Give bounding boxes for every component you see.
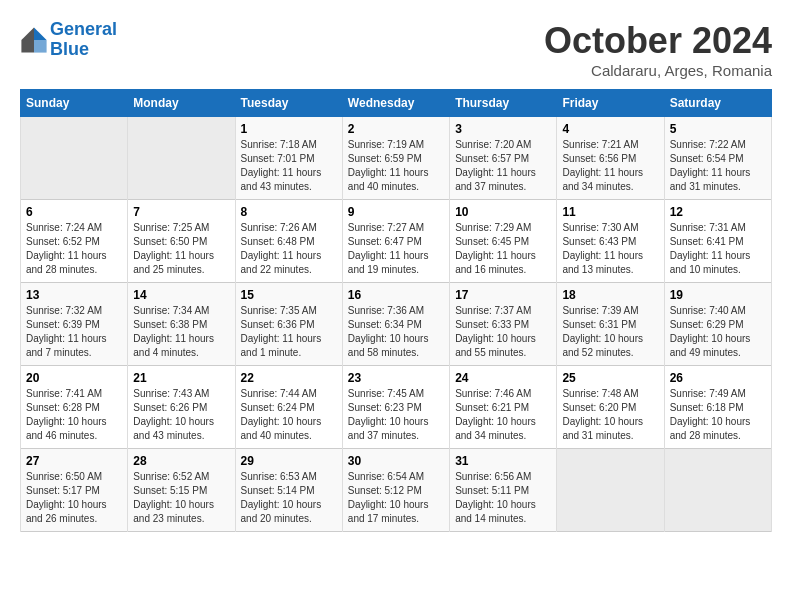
day-info: Sunrise: 7:20 AMSunset: 6:57 PMDaylight:… — [455, 138, 551, 194]
calendar-cell: 21Sunrise: 7:43 AMSunset: 6:26 PMDayligh… — [128, 366, 235, 449]
day-info: Sunrise: 6:53 AMSunset: 5:14 PMDaylight:… — [241, 470, 337, 526]
calendar-cell: 7Sunrise: 7:25 AMSunset: 6:50 PMDaylight… — [128, 200, 235, 283]
day-number: 3 — [455, 122, 551, 136]
column-header-saturday: Saturday — [664, 90, 771, 117]
calendar-cell: 15Sunrise: 7:35 AMSunset: 6:36 PMDayligh… — [235, 283, 342, 366]
calendar-cell: 10Sunrise: 7:29 AMSunset: 6:45 PMDayligh… — [450, 200, 557, 283]
day-info: Sunrise: 7:34 AMSunset: 6:38 PMDaylight:… — [133, 304, 229, 360]
column-header-wednesday: Wednesday — [342, 90, 449, 117]
day-info: Sunrise: 7:31 AMSunset: 6:41 PMDaylight:… — [670, 221, 766, 277]
calendar-cell — [664, 449, 771, 532]
calendar-cell — [21, 117, 128, 200]
day-number: 14 — [133, 288, 229, 302]
day-info: Sunrise: 7:40 AMSunset: 6:29 PMDaylight:… — [670, 304, 766, 360]
day-info: Sunrise: 7:24 AMSunset: 6:52 PMDaylight:… — [26, 221, 122, 277]
day-number: 18 — [562, 288, 658, 302]
calendar-cell: 8Sunrise: 7:26 AMSunset: 6:48 PMDaylight… — [235, 200, 342, 283]
calendar-header-row: SundayMondayTuesdayWednesdayThursdayFrid… — [21, 90, 772, 117]
calendar-cell: 14Sunrise: 7:34 AMSunset: 6:38 PMDayligh… — [128, 283, 235, 366]
day-number: 9 — [348, 205, 444, 219]
calendar-cell: 29Sunrise: 6:53 AMSunset: 5:14 PMDayligh… — [235, 449, 342, 532]
calendar-cell: 20Sunrise: 7:41 AMSunset: 6:28 PMDayligh… — [21, 366, 128, 449]
calendar-week-5: 27Sunrise: 6:50 AMSunset: 5:17 PMDayligh… — [21, 449, 772, 532]
calendar-cell: 30Sunrise: 6:54 AMSunset: 5:12 PMDayligh… — [342, 449, 449, 532]
calendar-cell: 25Sunrise: 7:48 AMSunset: 6:20 PMDayligh… — [557, 366, 664, 449]
day-info: Sunrise: 7:27 AMSunset: 6:47 PMDaylight:… — [348, 221, 444, 277]
calendar-cell: 1Sunrise: 7:18 AMSunset: 7:01 PMDaylight… — [235, 117, 342, 200]
day-info: Sunrise: 6:50 AMSunset: 5:17 PMDaylight:… — [26, 470, 122, 526]
logo: General Blue — [20, 20, 117, 60]
column-header-monday: Monday — [128, 90, 235, 117]
logo-line1: General — [50, 19, 117, 39]
logo-text: General Blue — [50, 20, 117, 60]
calendar-cell: 16Sunrise: 7:36 AMSunset: 6:34 PMDayligh… — [342, 283, 449, 366]
day-number: 11 — [562, 205, 658, 219]
location-subtitle: Caldararu, Arges, Romania — [544, 62, 772, 79]
day-info: Sunrise: 7:37 AMSunset: 6:33 PMDaylight:… — [455, 304, 551, 360]
day-info: Sunrise: 7:22 AMSunset: 6:54 PMDaylight:… — [670, 138, 766, 194]
day-number: 27 — [26, 454, 122, 468]
calendar-cell: 28Sunrise: 6:52 AMSunset: 5:15 PMDayligh… — [128, 449, 235, 532]
day-info: Sunrise: 7:19 AMSunset: 6:59 PMDaylight:… — [348, 138, 444, 194]
day-number: 8 — [241, 205, 337, 219]
month-title: October 2024 — [544, 20, 772, 62]
day-number: 26 — [670, 371, 766, 385]
calendar-cell: 26Sunrise: 7:49 AMSunset: 6:18 PMDayligh… — [664, 366, 771, 449]
day-info: Sunrise: 7:39 AMSunset: 6:31 PMDaylight:… — [562, 304, 658, 360]
calendar-table: SundayMondayTuesdayWednesdayThursdayFrid… — [20, 89, 772, 532]
calendar-cell: 5Sunrise: 7:22 AMSunset: 6:54 PMDaylight… — [664, 117, 771, 200]
page-header: General Blue October 2024 Caldararu, Arg… — [20, 20, 772, 79]
day-info: Sunrise: 6:52 AMSunset: 5:15 PMDaylight:… — [133, 470, 229, 526]
logo-line2: Blue — [50, 39, 89, 59]
calendar-cell — [128, 117, 235, 200]
calendar-week-3: 13Sunrise: 7:32 AMSunset: 6:39 PMDayligh… — [21, 283, 772, 366]
calendar-cell: 6Sunrise: 7:24 AMSunset: 6:52 PMDaylight… — [21, 200, 128, 283]
day-number: 16 — [348, 288, 444, 302]
column-header-tuesday: Tuesday — [235, 90, 342, 117]
column-header-thursday: Thursday — [450, 90, 557, 117]
calendar-cell: 2Sunrise: 7:19 AMSunset: 6:59 PMDaylight… — [342, 117, 449, 200]
calendar-cell: 27Sunrise: 6:50 AMSunset: 5:17 PMDayligh… — [21, 449, 128, 532]
day-info: Sunrise: 7:43 AMSunset: 6:26 PMDaylight:… — [133, 387, 229, 443]
day-info: Sunrise: 7:26 AMSunset: 6:48 PMDaylight:… — [241, 221, 337, 277]
day-info: Sunrise: 7:32 AMSunset: 6:39 PMDaylight:… — [26, 304, 122, 360]
title-block: October 2024 Caldararu, Arges, Romania — [544, 20, 772, 79]
day-number: 1 — [241, 122, 337, 136]
calendar-cell: 23Sunrise: 7:45 AMSunset: 6:23 PMDayligh… — [342, 366, 449, 449]
day-number: 23 — [348, 371, 444, 385]
calendar-cell: 13Sunrise: 7:32 AMSunset: 6:39 PMDayligh… — [21, 283, 128, 366]
calendar-week-1: 1Sunrise: 7:18 AMSunset: 7:01 PMDaylight… — [21, 117, 772, 200]
day-info: Sunrise: 7:49 AMSunset: 6:18 PMDaylight:… — [670, 387, 766, 443]
day-number: 15 — [241, 288, 337, 302]
day-info: Sunrise: 7:45 AMSunset: 6:23 PMDaylight:… — [348, 387, 444, 443]
day-number: 12 — [670, 205, 766, 219]
day-info: Sunrise: 7:18 AMSunset: 7:01 PMDaylight:… — [241, 138, 337, 194]
calendar-cell: 17Sunrise: 7:37 AMSunset: 6:33 PMDayligh… — [450, 283, 557, 366]
svg-marker-1 — [34, 40, 47, 53]
day-info: Sunrise: 7:44 AMSunset: 6:24 PMDaylight:… — [241, 387, 337, 443]
day-number: 30 — [348, 454, 444, 468]
day-info: Sunrise: 7:35 AMSunset: 6:36 PMDaylight:… — [241, 304, 337, 360]
calendar-cell — [557, 449, 664, 532]
day-number: 6 — [26, 205, 122, 219]
logo-icon — [20, 26, 48, 54]
day-number: 13 — [26, 288, 122, 302]
day-number: 4 — [562, 122, 658, 136]
day-info: Sunrise: 7:41 AMSunset: 6:28 PMDaylight:… — [26, 387, 122, 443]
day-info: Sunrise: 7:29 AMSunset: 6:45 PMDaylight:… — [455, 221, 551, 277]
day-number: 28 — [133, 454, 229, 468]
day-info: Sunrise: 7:21 AMSunset: 6:56 PMDaylight:… — [562, 138, 658, 194]
calendar-week-4: 20Sunrise: 7:41 AMSunset: 6:28 PMDayligh… — [21, 366, 772, 449]
day-number: 24 — [455, 371, 551, 385]
calendar-week-2: 6Sunrise: 7:24 AMSunset: 6:52 PMDaylight… — [21, 200, 772, 283]
day-info: Sunrise: 7:25 AMSunset: 6:50 PMDaylight:… — [133, 221, 229, 277]
day-number: 21 — [133, 371, 229, 385]
svg-marker-0 — [34, 27, 47, 40]
calendar-cell: 31Sunrise: 6:56 AMSunset: 5:11 PMDayligh… — [450, 449, 557, 532]
calendar-cell: 11Sunrise: 7:30 AMSunset: 6:43 PMDayligh… — [557, 200, 664, 283]
day-number: 22 — [241, 371, 337, 385]
day-number: 25 — [562, 371, 658, 385]
calendar-cell: 22Sunrise: 7:44 AMSunset: 6:24 PMDayligh… — [235, 366, 342, 449]
day-info: Sunrise: 6:56 AMSunset: 5:11 PMDaylight:… — [455, 470, 551, 526]
day-number: 31 — [455, 454, 551, 468]
